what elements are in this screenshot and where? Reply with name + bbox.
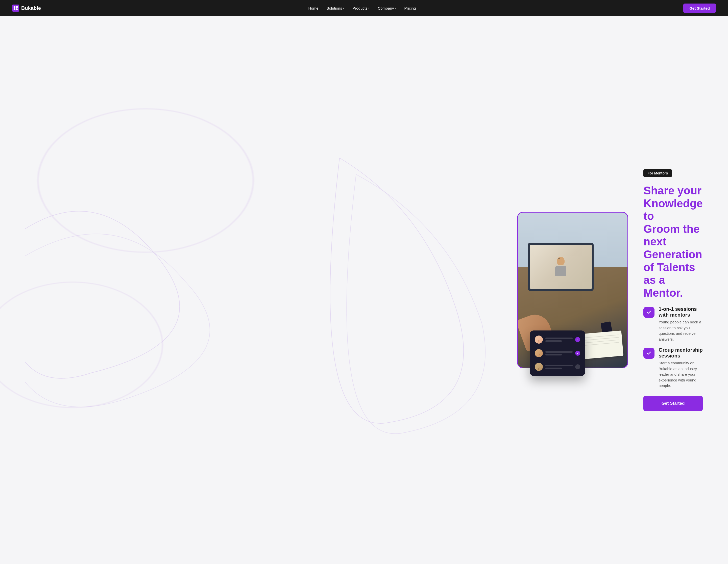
navbar-cta-button[interactable]: Get Started <box>683 4 716 13</box>
laptop-frame <box>528 243 594 291</box>
nav-item-home[interactable]: Home <box>308 6 318 10</box>
feature-check-icon-1 <box>643 307 654 318</box>
nav-item-company[interactable]: Company ▾ <box>378 6 396 10</box>
feature-item-1: 1-on-1 sessions with mentors Young peopl… <box>643 306 703 342</box>
feature-description-2: Start a community on Bukable as an indus… <box>659 360 703 389</box>
hero-headline: Share your Knowledge to Groom the next G… <box>643 184 703 299</box>
avatar-2 <box>535 349 543 357</box>
nav-menu: Home Solutions ▾ Products ▾ Company ▾ Pr… <box>308 6 416 10</box>
person-head <box>557 257 565 265</box>
logo-text: Bukable <box>21 5 41 11</box>
for-mentors-badge: For Mentors <box>643 169 672 177</box>
feature-title-2: Group mentorship sessions <box>659 347 703 359</box>
logo[interactable]: Bukable <box>12 5 41 12</box>
nav-link-home[interactable]: Home <box>308 6 318 10</box>
chevron-down-icon: ▾ <box>343 7 344 10</box>
nav-link-products[interactable]: Products ▾ <box>352 6 370 10</box>
person-body <box>555 266 566 276</box>
hero-image-area: ✓ ✓ <box>517 212 628 368</box>
card-line-bottom <box>545 367 562 369</box>
navbar: Bukable Home Solutions ▾ Products ▾ Comp… <box>0 0 728 16</box>
avatar-3 <box>535 363 543 371</box>
card-line-bottom <box>545 354 562 355</box>
desk-papers <box>581 330 623 359</box>
svg-rect-1 <box>16 6 18 8</box>
logo-icon <box>12 5 19 12</box>
svg-rect-0 <box>14 6 15 8</box>
features-list: 1-on-1 sessions with mentors Young peopl… <box>643 306 703 389</box>
nav-item-solutions[interactable]: Solutions ▾ <box>326 6 344 10</box>
nav-item-pricing[interactable]: Pricing <box>404 6 416 10</box>
nav-item-products[interactable]: Products ▾ <box>352 6 370 10</box>
feature-content-2: Group mentorship sessions Start a commun… <box>659 347 703 389</box>
card-row-1: ✓ <box>533 333 582 345</box>
chevron-down-icon: ▾ <box>368 7 370 10</box>
chevron-down-icon: ▾ <box>395 7 396 10</box>
check-icon-1: ✓ <box>575 337 580 342</box>
nav-link-company[interactable]: Company ▾ <box>378 6 396 10</box>
hero-content: For Mentors Share your Knowledge to Groo… <box>643 169 703 411</box>
card-line-top <box>545 351 573 353</box>
card-lines-1 <box>545 337 573 342</box>
background-swirls <box>25 141 502 439</box>
card-lines-2 <box>545 351 573 355</box>
card-line-bottom <box>545 340 562 342</box>
feature-description-1: Young people can book a session to ask y… <box>659 319 703 342</box>
nav-link-pricing[interactable]: Pricing <box>404 6 416 10</box>
check-icon-2: ✓ <box>575 351 580 356</box>
card-row-3 <box>533 361 582 373</box>
card-row-2: ✓ <box>533 347 582 359</box>
check-empty-icon <box>575 364 580 369</box>
svg-rect-2 <box>14 8 15 10</box>
floating-booking-card: ✓ ✓ <box>530 330 585 376</box>
feature-content-1: 1-on-1 sessions with mentors Young peopl… <box>659 306 703 342</box>
nav-link-solutions[interactable]: Solutions ▾ <box>326 6 344 10</box>
avatar-1 <box>535 335 543 343</box>
hero-section: ✓ ✓ For <box>0 16 728 564</box>
card-lines-3 <box>545 365 573 369</box>
card-line-top <box>545 365 573 366</box>
feature-item-2: Group mentorship sessions Start a commun… <box>643 347 703 389</box>
feature-title-1: 1-on-1 sessions with mentors <box>659 306 703 318</box>
feature-check-icon-2 <box>643 348 654 359</box>
card-line-top <box>545 337 573 339</box>
hero-cta-button[interactable]: Get Started <box>643 396 703 411</box>
laptop-screen <box>530 245 592 289</box>
screen-person <box>553 257 568 277</box>
